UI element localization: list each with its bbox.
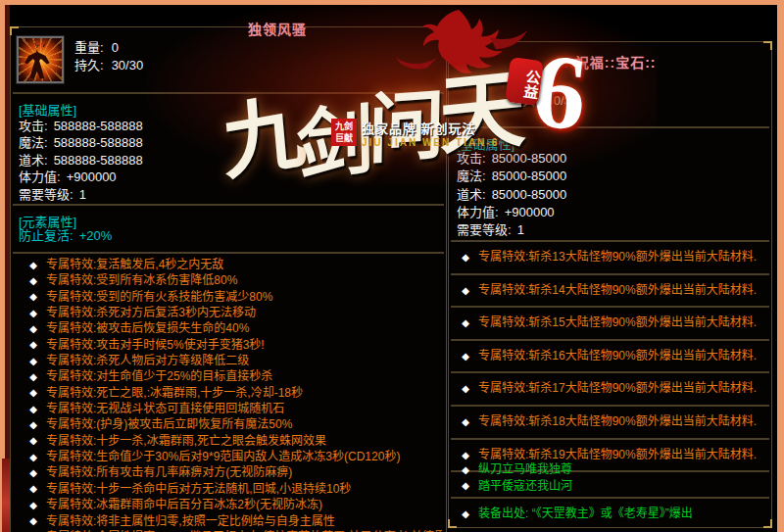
flavor-row: ◆纵刀立马唯我独尊 — [451, 461, 572, 478]
diamond-bullet-icon: ◆ — [26, 433, 40, 449]
diamond-bullet-icon: ◆ — [26, 465, 40, 481]
effect-row: ◆专属特效:十步一杀,冰霜群雨,死亡之眼会触发蛛网效果 — [19, 433, 442, 449]
diamond-bullet-icon: ◆ — [26, 321, 40, 337]
window-frame-right — [777, 0, 784, 532]
divider — [451, 126, 769, 128]
flavor-row: ◆踏平倭寇还我山河 — [451, 478, 572, 495]
diamond-bullet-icon: ◆ — [459, 373, 472, 405]
diamond-bullet-icon: ◆ — [459, 242, 472, 273]
effect-row: ◆专属特效:受到的所有火系技能伤害减少80% — [19, 289, 442, 305]
stat-row: 需要等级:1 — [19, 186, 143, 203]
effect-row: ◆专属特效:十步一杀命中后对方无法随机,回城,小退持续10秒 — [19, 481, 442, 497]
item-title: 独领风骚 — [248, 19, 307, 38]
diamond-bullet-icon: ◆ — [459, 478, 472, 494]
diamond-bullet-icon: ◆ — [26, 513, 40, 529]
item-title: ::祝福::宝石:: — [564, 52, 657, 72]
window-frame-left — [0, 0, 5, 532]
flavor-lines: ◆纵刀立马唯我独尊 ◆踏平倭寇还我山河 — [451, 461, 572, 494]
effect-row: ◆专属特效:斩杀14大陆怪物90%额外爆出当前大陆材料. — [451, 275, 769, 309]
drop-source-row: ◆装备出处: “《天罡教主》或《老寿星》”爆出 — [451, 499, 769, 528]
item-tooltip-right: ::祝福::宝石:: 重量:0 持久:30/30 [基础属性] 攻击:85000… — [448, 41, 772, 528]
effect-row: ◆专属特效:受到所有冰系伤害降低80% — [19, 272, 442, 288]
diamond-bullet-icon: ◆ — [459, 407, 472, 438]
diamond-bullet-icon: ◆ — [26, 498, 40, 513]
effect-row: ◆专属特效:对生命值少于25%的目标直接秒杀 — [19, 368, 442, 384]
diamond-bullet-icon: ◆ — [26, 385, 40, 401]
effect-list: ◆专属特效:斩杀13大陆怪物90%额外爆出当前大陆材料. ◆专属特效:斩杀14大… — [451, 242, 769, 472]
effect-row: ◆专属特效:冰霜群雨命中后百分百冰冻2秒(无视防冰冻) — [19, 497, 442, 512]
divider — [13, 204, 444, 206]
stat-row: 攻击:588888-588888 — [19, 118, 143, 134]
diamond-bullet-icon: ◆ — [26, 306, 40, 321]
weight-row: 重量:0 — [74, 39, 143, 57]
diamond-bullet-icon: ◆ — [459, 462, 472, 478]
diamond-bullet-icon: ◆ — [459, 275, 472, 307]
effect-row: ◆专属特效:斩杀17大陆怪物90%额外爆出当前大陆材料. — [451, 373, 769, 407]
corner-bracket-icon — [763, 519, 772, 528]
diamond-bullet-icon: ◆ — [26, 402, 40, 417]
stat-row: 防止复活:+20% — [19, 227, 112, 244]
effect-row: ◆专属特效:(护身)被攻击后立即恢复所有魔法50% — [19, 416, 442, 432]
demon-silhouette-icon — [19, 38, 62, 81]
corner-bracket-icon — [448, 519, 457, 528]
corner-bracket-icon — [448, 41, 457, 50]
divider — [13, 252, 444, 254]
effect-row: ◆专属特效:杀死对方后复活3秒内无法移动 — [19, 305, 442, 320]
effect-row: ◆专属特效:杀死人物后对方等级降低二级 — [19, 353, 442, 368]
diamond-bullet-icon: ◆ — [26, 289, 40, 305]
effect-row: ◆专属特效:将非主属性归零,按照一定比例给与自身主属性 — [19, 513, 442, 529]
weight-row: 重量:0 — [510, 74, 578, 92]
stat-row: 魔法:588888-588888 — [19, 134, 143, 151]
effect-row: ◆专属特效:攻击对手时候5%使对手变猪3秒! — [19, 337, 442, 353]
element-stats: 防止复活:+20% — [19, 227, 112, 244]
effect-row: ◆专属特效:生命值少于30%后对9*9范围内敌人造成冰冻3秒(CD120秒) — [19, 449, 442, 464]
base-stats: 攻击:85000-85000 魔法:85000-85000 道术:85000-8… — [457, 150, 566, 239]
diamond-bullet-icon: ◆ — [26, 354, 40, 369]
item-tooltip-left: 独领风骚 重量:0 持久:30/30 [基础属性] 攻击:588888-5888… — [10, 26, 447, 532]
base-stats: 攻击:588888-588888 魔法:588888-588888 道术:588… — [19, 118, 143, 203]
durability-row: 持久:30/30 — [74, 57, 143, 74]
durability-row: 持久:30/30 — [510, 92, 578, 110]
effect-row: ◆专属特效:斩杀13大陆怪物90%额外爆出当前大陆材料. — [451, 242, 769, 275]
diamond-bullet-icon: ◆ — [26, 450, 40, 465]
diamond-bullet-icon: ◆ — [459, 500, 472, 529]
red-edge-decoration — [2, 459, 10, 532]
effect-row: ◆专属特效:被攻击后恢复损失生命的40% — [19, 320, 442, 336]
weight-durability-block: 重量:0 持久:30/30 — [74, 39, 143, 74]
stat-row: 道术:85000-85000 — [457, 186, 566, 204]
effect-row: ◆专属特效:斩杀18大陆怪物90%额外爆出当前大陆材料. — [451, 407, 769, 440]
diamond-bullet-icon: ◆ — [26, 273, 40, 289]
corner-bracket-icon — [10, 26, 19, 35]
corner-bracket-icon — [763, 41, 772, 50]
weight-durability-block: 重量:0 持久:30/30 — [510, 74, 578, 110]
window-frame-top — [0, 0, 784, 5]
effect-row: ◆专属特效:斩杀15大陆怪物90%额外爆出当前大陆材料. — [451, 308, 769, 341]
diamond-bullet-icon: ◆ — [26, 481, 40, 497]
section-header-base: [基础属性] — [19, 100, 76, 119]
fire-demon-item-icon — [17, 36, 64, 83]
diamond-bullet-icon: ◆ — [26, 417, 40, 433]
divider — [13, 92, 444, 94]
effect-row: ◆专属特效:无视战斗状态可直接使用回城随机石 — [19, 401, 442, 416]
diamond-bullet-icon: ◆ — [26, 258, 40, 273]
stat-row: 魔法:85000-85000 — [457, 168, 566, 185]
stat-row: 体力值:+900000 — [457, 204, 566, 221]
stat-row: 需要等级:1 — [457, 221, 566, 239]
diamond-bullet-icon: ◆ — [459, 341, 472, 372]
diamond-bullet-icon: ◆ — [26, 369, 40, 385]
effect-row: ◆专属特效:死亡之眼,:冰霜群雨,十步一杀,冷却-18秒 — [19, 385, 442, 401]
diamond-bullet-icon: ◆ — [26, 337, 40, 353]
effect-row: ◆专属特效:斩杀16大陆怪物90%额外爆出当前大陆材料. — [451, 341, 769, 374]
effect-row: ◆专属特效:所有攻击有几率麻痹对方(无视防麻痹) — [19, 464, 442, 480]
diamond-bullet-icon: ◆ — [459, 308, 472, 339]
frame-inner-strip — [5, 5, 10, 532]
stat-row: 道术:588888-588888 — [19, 152, 143, 169]
effect-row: ◆专属特效:复活触发后,4秒之内无敌 — [19, 257, 442, 272]
stat-row: 攻击:85000-85000 — [457, 150, 566, 168]
corner-bracket-icon — [438, 26, 447, 35]
stat-row: 体力值:+900000 — [19, 169, 143, 185]
effect-list: ◆专属特效:复活触发后,4秒之内无敌 ◆专属特效:受到所有冰系伤害降低80% ◆… — [19, 257, 442, 532]
